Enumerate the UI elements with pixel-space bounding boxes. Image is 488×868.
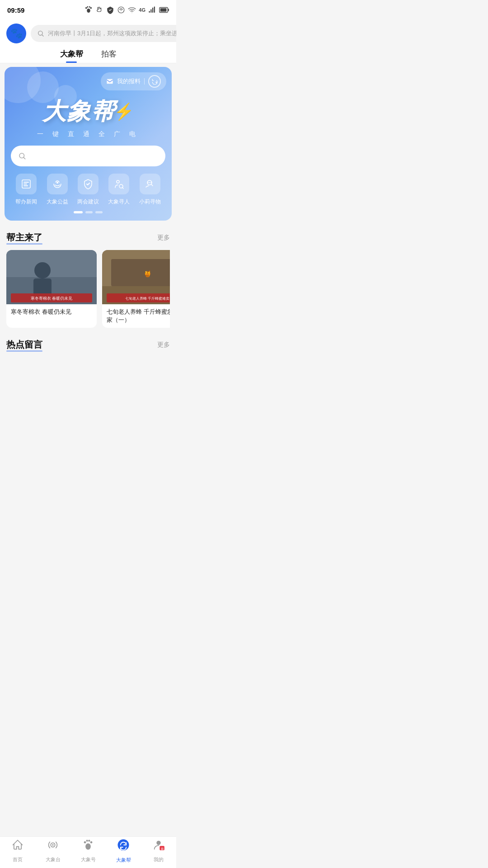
dot-1	[74, 211, 83, 213]
svg-rect-10	[154, 7, 155, 13]
svg-rect-7	[149, 11, 150, 13]
svg-rect-9	[152, 8, 153, 13]
news-image-1-svg: 寒冬寄棉衣 春暖仍未见	[6, 250, 97, 304]
bangban-icon	[16, 174, 37, 194]
xunwu-icon	[140, 174, 160, 194]
hot-comments-section: 热点留言 更多	[0, 331, 176, 402]
svg-text:寒冬寄棉衣  春暖仍未见: 寒冬寄棉衣 春暖仍未见	[31, 296, 73, 301]
refresh-icon	[151, 78, 158, 85]
my-report-label: 我的报料	[117, 77, 141, 85]
divider	[144, 78, 145, 85]
header: 🐾 河南你早丨3月1日起，郑州这项政策停止；乘坐进...	[0, 20, 176, 43]
person-search-icon	[113, 179, 124, 189]
app-logo[interactable]: 🐾	[6, 24, 26, 43]
hot-comments-more[interactable]: 更多	[157, 341, 170, 349]
hand-icon	[95, 6, 103, 14]
hero-banner: 我的报料 大象帮 ⚡ 一 键 直 通 全 广 电	[5, 67, 172, 221]
hot-comments-title: 热点留言	[6, 339, 42, 351]
signal-bars-icon	[148, 6, 156, 14]
svg-text:🍯: 🍯	[144, 270, 152, 278]
svg-point-30	[34, 262, 51, 278]
svg-point-4	[87, 9, 91, 13]
shield-icon	[106, 6, 114, 14]
category-bangban[interactable]: 帮办新闻	[15, 174, 37, 206]
battery-icon	[159, 7, 169, 13]
svg-point-21	[56, 182, 58, 184]
chat-search-icon	[145, 179, 155, 189]
tab-daxiangbang[interactable]: 大象帮	[60, 49, 83, 63]
bubble-3	[54, 85, 77, 108]
status-icons: 4G	[84, 6, 169, 14]
news-card-2-image: 🍯 七旬老人养蜂 千斤蜂蜜难卖	[102, 250, 170, 304]
bangzhu-header: 帮主来了 更多	[6, 231, 170, 244]
status-time: 09:59	[7, 6, 24, 14]
gongyi-label: 大象公益	[47, 198, 68, 206]
refresh-button[interactable]	[148, 75, 161, 88]
svg-rect-18	[23, 182, 29, 183]
hero-title-container: 大象帮 ⚡ 一 键 直 通 全 广 电	[11, 96, 165, 138]
xunwu-label: 小莉寻物	[139, 198, 161, 206]
svg-point-22	[117, 180, 119, 183]
xunren-label: 大象寻人	[108, 198, 130, 206]
xunren-icon	[108, 174, 129, 194]
svg-point-26	[149, 182, 150, 183]
news-card-1-image: 寒冬寄棉衣 春暖仍未见	[6, 250, 97, 304]
tab-pake[interactable]: 拍客	[101, 49, 117, 63]
category-gongyi[interactable]: 大象公益	[47, 174, 68, 206]
hot-comments-header: 热点留言 更多	[6, 339, 170, 351]
svg-rect-20	[23, 185, 28, 186]
news-card-2-title: 七旬老人养蜂 千斤蜂蜜急需买家（一）	[102, 304, 170, 328]
status-bar: 09:59 4G	[0, 0, 176, 20]
category-xunwu[interactable]: 小莉寻物	[139, 174, 161, 206]
bangzhu-scroll: 寒冬寄棉衣 春暖仍未见 寒冬寄棉衣 春暖仍未见 🍯 七旬老人养蜂 千斤蜂蜜难卖	[6, 250, 170, 328]
svg-rect-19	[23, 184, 27, 184]
svg-point-2	[87, 6, 89, 8]
gongyi-icon	[47, 174, 68, 194]
header-search-bar[interactable]: 河南你早丨3月1日起，郑州这项政策停止；乘坐进...	[31, 25, 176, 42]
svg-point-0	[85, 7, 87, 9]
svg-point-1	[90, 7, 92, 9]
banner-dots	[11, 211, 165, 213]
check-shield-icon	[83, 179, 94, 189]
news-card-1-title: 寒冬寄棉衣 春暖仍未见	[6, 304, 97, 320]
category-grid: 帮办新闻 大象公益 两会建议	[11, 174, 165, 206]
logo-paw-icon: 🐾	[10, 28, 23, 39]
svg-point-3	[89, 6, 90, 8]
news-image-2-svg: 🍯 七旬老人养蜂 千斤蜂蜜难卖	[102, 250, 170, 304]
main-tabs: 大象帮 拍客	[0, 43, 176, 63]
svg-rect-8	[150, 9, 151, 13]
svg-point-25	[148, 182, 149, 183]
category-xunren[interactable]: 大象寻人	[108, 174, 130, 206]
jianyan-label: 两会建议	[77, 198, 99, 206]
bangzhu-title: 帮主来了	[6, 231, 42, 244]
svg-rect-12	[160, 8, 167, 11]
search-placeholder-text: 河南你早丨3月1日起，郑州这项政策停止；乘坐进...	[48, 29, 176, 38]
search-icon	[37, 30, 44, 37]
jianyan-icon	[78, 174, 99, 194]
category-jianyan[interactable]: 两会建议	[77, 174, 99, 206]
hands-icon	[52, 179, 63, 189]
envelope-icon	[106, 78, 113, 85]
svg-rect-36	[111, 259, 170, 286]
bangban-label: 帮办新闻	[15, 198, 37, 206]
svg-rect-29	[6, 250, 97, 277]
dot-2	[85, 211, 93, 213]
my-report-button[interactable]: 我的报料	[101, 72, 166, 90]
lightning-icon: ⚡	[114, 102, 134, 121]
hero-subtitle: 一 键 直 通 全 广 电	[11, 130, 165, 138]
news-card-1[interactable]: 寒冬寄棉衣 春暖仍未见 寒冬寄棉衣 春暖仍未见	[6, 250, 97, 328]
hero-search-bar[interactable]	[11, 146, 165, 166]
paw-icon	[84, 6, 93, 14]
bangzhu-more[interactable]: 更多	[157, 234, 170, 242]
svg-rect-15	[107, 79, 113, 84]
svg-point-27	[150, 182, 151, 183]
svg-rect-13	[168, 9, 169, 11]
wifi-icon	[128, 6, 136, 14]
svg-point-6	[121, 9, 122, 10]
hero-title-text: 大象帮	[42, 96, 116, 127]
news-card-2[interactable]: 🍯 七旬老人养蜂 千斤蜂蜜难卖 七旬老人养蜂 千斤蜂蜜急需买家（一）	[102, 250, 170, 328]
signal-round-icon	[117, 6, 125, 14]
dot-3	[95, 211, 103, 213]
svg-text:七旬老人养蜂 千斤蜂蜜难卖: 七旬老人养蜂 千斤蜂蜜难卖	[125, 297, 169, 301]
hero-search-icon	[18, 152, 26, 160]
